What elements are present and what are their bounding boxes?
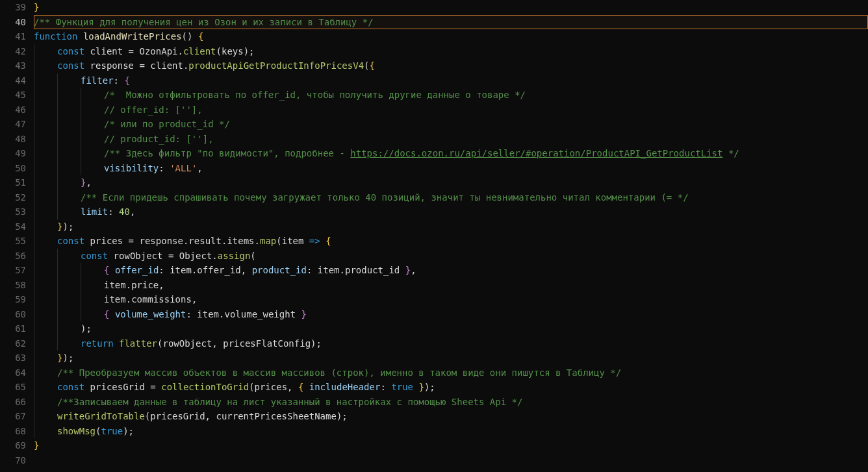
line-number: 41	[0, 29, 26, 44]
doc-link[interactable]: https://docs.ozon.ru/api/seller/#operati…	[350, 148, 722, 158]
code-token: /** Здесь фильтр "по видимости", подробн…	[104, 148, 350, 158]
code-line[interactable]: /** Здесь фильтр "по видимости", подробн…	[34, 146, 868, 161]
code-line[interactable]: });	[34, 219, 868, 234]
code-token: true	[391, 382, 413, 392]
code-line[interactable]: { volume_weight: item.volume_weight }	[34, 307, 868, 322]
line-number: 48	[0, 132, 26, 147]
code-token: /** Функция для получения цен из Озон и …	[34, 17, 374, 27]
code-token: ,	[192, 294, 197, 304]
code-token: .	[212, 251, 217, 261]
code-line[interactable]: /* или по product_id */	[34, 117, 868, 132]
code-token: return	[81, 338, 114, 349]
code-token: 40	[119, 206, 130, 217]
code-line[interactable]: },	[34, 175, 868, 190]
code-line[interactable]: return flatter(rowObject, pricesFlatConf…	[34, 336, 868, 351]
code-token: =	[139, 60, 144, 71]
line-number: 63	[0, 351, 26, 366]
code-line[interactable]: // product_id: [''],	[34, 132, 868, 147]
code-token: // product_id: [''],	[104, 134, 214, 144]
code-token: (	[250, 251, 255, 261]
code-token: */	[722, 148, 739, 158]
code-token: ,	[205, 411, 211, 421]
code-token: =	[129, 46, 134, 56]
code-token: {	[370, 60, 375, 71]
code-token: :	[380, 382, 385, 392]
code-area[interactable]: }/** Функция для получения цен из Озон и…	[34, 0, 868, 472]
code-token: const	[81, 251, 108, 261]
line-number: 65	[0, 380, 26, 395]
code-line[interactable]: function loadAndWritePrices() {	[34, 29, 868, 44]
code-line[interactable]: const response = client.productApiGetPro…	[34, 58, 868, 73]
line-number: 50	[0, 161, 26, 176]
line-number: 40	[0, 15, 26, 30]
code-line[interactable]: // offer_id: [''],	[34, 103, 868, 118]
code-token: )	[311, 338, 316, 349]
code-token: )	[62, 353, 68, 363]
code-line[interactable]: const prices = response.result.items.map…	[34, 234, 868, 249]
code-line[interactable]	[34, 453, 868, 468]
code-line[interactable]: showMsg(true);	[34, 424, 868, 439]
code-line[interactable]: );	[34, 321, 868, 336]
code-token: }	[301, 309, 307, 319]
code-token: limit	[81, 206, 108, 217]
code-token: keys	[222, 46, 244, 56]
code-token: /* Можно отфильтровать по offer_id, чтоб…	[104, 90, 526, 100]
code-token: (	[364, 60, 369, 71]
code-token: showMsg	[57, 426, 96, 436]
code-token: /**Записываем данные в таблицу на лист у…	[57, 397, 522, 407]
line-number: 61	[0, 321, 26, 336]
code-token: client	[90, 46, 123, 56]
code-line[interactable]: item.commissions,	[34, 292, 868, 307]
code-line[interactable]: const rowObject = Object.assign(	[34, 249, 868, 264]
code-line[interactable]: /**Записываем данные в таблицу на лист у…	[34, 395, 868, 410]
code-line[interactable]: const client = OzonApi.client(keys);	[34, 44, 868, 59]
code-token: product_id	[345, 265, 400, 275]
code-token: /** Преобразуем массив объектов в массив…	[57, 367, 621, 378]
code-line[interactable]: /** Если придешь спрашивать почему загру…	[34, 190, 868, 205]
code-line[interactable]: limit: 40,	[34, 205, 868, 219]
code-token: {	[104, 309, 109, 319]
code-token: item	[104, 280, 126, 290]
line-number: 52	[0, 190, 26, 205]
code-line[interactable]: });	[34, 351, 868, 366]
code-line[interactable]: }	[34, 438, 868, 453]
code-token: }	[34, 2, 39, 12]
code-line[interactable]: visibility: 'ALL',	[34, 161, 868, 176]
code-token: {	[298, 382, 303, 392]
code-token: ;	[68, 353, 73, 363]
code-token: volume_weight	[224, 309, 296, 319]
code-line[interactable]: item.price,	[34, 278, 868, 293]
code-editor[interactable]: 3940414243444546474849505152535455565758…	[0, 0, 868, 472]
line-number: 57	[0, 263, 26, 278]
code-token: result	[188, 236, 222, 246]
code-token: 'ALL'	[170, 163, 197, 173]
code-token: true	[101, 426, 123, 436]
code-token: ,	[287, 382, 292, 392]
code-token: item	[104, 294, 126, 304]
line-number-gutter: 3940414243444546474849505152535455565758…	[0, 0, 34, 472]
code-token: map	[260, 236, 276, 246]
code-line[interactable]: writeGridToTable(pricesGrid, currentPric…	[34, 409, 868, 424]
code-token: writeGridToTable	[57, 411, 145, 421]
code-line[interactable]: /* Можно отфильтровать по offer_id, чтоб…	[34, 88, 868, 103]
code-token: ,	[197, 163, 202, 173]
line-number: 39	[0, 0, 26, 15]
code-token: /** Если придешь спрашивать почему загру…	[81, 192, 689, 203]
line-number: 59	[0, 292, 26, 307]
code-token: }	[418, 382, 424, 392]
code-token: :	[159, 163, 164, 173]
line-number: 62	[0, 336, 26, 351]
code-token: volume_weight	[115, 309, 186, 319]
code-token: :	[114, 75, 119, 86]
line-number: 44	[0, 73, 26, 88]
code-token: ;	[129, 426, 134, 436]
code-token: ;	[316, 338, 322, 349]
code-line[interactable]: /** Функция для получения цен из Озон и …	[34, 15, 868, 30]
line-number: 54	[0, 219, 26, 234]
code-token: =	[129, 236, 134, 246]
code-line[interactable]: }	[34, 0, 868, 15]
code-line[interactable]: { offer_id: item.offer_id, product_id: i…	[34, 263, 868, 278]
code-line[interactable]: filter: {	[34, 73, 868, 88]
code-line[interactable]: /** Преобразуем массив объектов в массив…	[34, 366, 868, 380]
code-line[interactable]: const pricesGrid = collectionToGrid(pric…	[34, 380, 868, 395]
